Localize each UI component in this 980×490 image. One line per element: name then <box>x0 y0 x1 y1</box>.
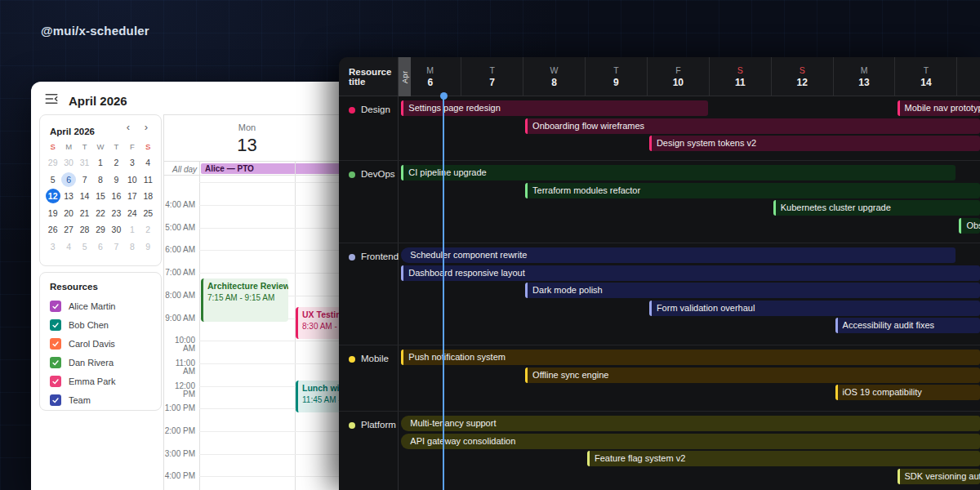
resources-title: Resources <box>50 282 151 292</box>
resource-list-item[interactable]: Team <box>50 394 151 406</box>
mini-calendar-day[interactable]: 4 <box>61 239 76 254</box>
timeline-header: Resource title Apr M6T7W8T9F10S11S12M13T… <box>339 57 980 96</box>
mini-calendar-day[interactable]: 25 <box>140 206 155 220</box>
task-bar[interactable]: SDK versioning automation <box>898 469 980 484</box>
mini-calendar-day[interactable]: 6 <box>93 239 108 254</box>
mini-calendar-day[interactable]: 30 <box>109 222 123 237</box>
mini-calendar-day[interactable]: 9 <box>109 172 123 187</box>
task-bar[interactable]: Scheduler component rewrite <box>401 247 956 263</box>
task-bar[interactable]: Terraform modules refactor <box>525 183 980 198</box>
mini-calendar-day[interactable]: 29 <box>93 222 108 237</box>
mini-calendar-day[interactable]: 15 <box>93 189 108 203</box>
resource-checkbox[interactable] <box>50 394 61 406</box>
resource-list-item[interactable]: Bob Chen <box>50 319 151 331</box>
mini-calendar-day[interactable]: 19 <box>46 206 60 220</box>
mini-calendar-day[interactable]: 22 <box>93 206 108 220</box>
mini-calendar-day[interactable]: 2 <box>140 222 155 237</box>
chevron-right-icon[interactable]: › <box>140 121 153 134</box>
day-number: 11 <box>735 77 746 88</box>
mini-calendar-day[interactable]: 7 <box>78 172 92 187</box>
mini-calendar-day[interactable]: 21 <box>78 206 92 220</box>
mini-calendar-day[interactable]: 3 <box>46 239 60 254</box>
mini-calendar-day[interactable]: 4 <box>140 155 155 170</box>
mini-calendar-day[interactable]: 5 <box>78 239 92 254</box>
mini-weekday: F <box>124 140 140 154</box>
resource-label: DevOps <box>339 161 399 243</box>
task-bar[interactable]: Push notification system <box>401 350 980 365</box>
task-bar[interactable]: API gateway consolidation <box>401 434 980 449</box>
task-bar[interactable]: Feature flag system v2 <box>587 451 980 466</box>
timeline-day-header[interactable]: T7 <box>461 57 523 96</box>
mini-calendar-day[interactable]: 6 <box>61 172 76 187</box>
chevron-left-icon[interactable]: ‹ <box>122 121 135 134</box>
resource-checkbox[interactable] <box>50 319 61 331</box>
resource-list-item[interactable]: Dan Rivera <box>50 357 151 368</box>
mini-calendar-day[interactable]: 9 <box>140 239 155 254</box>
task-bar[interactable]: Dark mode polish <box>525 283 980 298</box>
mini-calendar-day[interactable]: 12 <box>46 189 60 203</box>
mini-calendar-day[interactable]: 31 <box>78 155 92 170</box>
mini-calendar-day[interactable]: 16 <box>109 189 123 203</box>
resource-color-dot <box>349 107 355 114</box>
mini-calendar-day[interactable]: 20 <box>61 206 76 220</box>
mini-calendar-day[interactable]: 10 <box>125 172 140 187</box>
mini-calendar-day[interactable]: 29 <box>46 155 60 170</box>
mini-weekday: T <box>77 140 92 154</box>
mini-calendar-day[interactable]: 13 <box>61 189 76 203</box>
task-bar[interactable]: Mobile nav prototype <box>898 100 980 116</box>
mini-calendar-day[interactable]: 30 <box>61 155 76 170</box>
timeline-day-header[interactable]: T14 <box>896 57 958 96</box>
mini-calendar-day[interactable]: 18 <box>140 189 155 203</box>
mini-calendar-day[interactable]: 8 <box>93 172 108 187</box>
task-bar[interactable]: Dashboard responsive layout <box>401 265 980 281</box>
mini-calendar-day[interactable]: 3 <box>125 155 140 170</box>
resource-list-item[interactable]: Alice Martin <box>50 301 151 312</box>
task-bar[interactable]: Design system tokens v2 <box>649 136 980 151</box>
mini-calendar-day[interactable]: 28 <box>78 222 92 237</box>
mini-calendar-day[interactable]: 14 <box>78 189 92 203</box>
resources-card: Resources Alice MartinBob ChenCarol Davi… <box>39 272 162 411</box>
mini-calendar-day[interactable]: 17 <box>125 189 140 203</box>
resource-color-dot <box>349 172 355 178</box>
day-letter: F <box>675 65 680 75</box>
timeline-day-header[interactable]: F10 <box>648 57 710 96</box>
timeline-day-header[interactable]: S12 <box>772 57 834 96</box>
calendar-event[interactable]: Architecture Review7:15 AM - 9:15 AM <box>201 278 288 322</box>
timeline-day-header[interactable]: M13 <box>834 57 896 96</box>
task-bar[interactable]: Observability stack <box>959 218 980 234</box>
timeline-day-header[interactable]: W8 <box>523 57 586 96</box>
mini-calendar-title: April 2026 <box>50 127 95 136</box>
mini-calendar-day[interactable]: 11 <box>140 172 155 187</box>
resource-checkbox[interactable] <box>50 376 61 387</box>
resource-checkbox[interactable] <box>50 357 61 368</box>
task-bar[interactable]: Kubernetes cluster upgrade <box>773 200 980 216</box>
timeline-day-header[interactable]: T9 <box>586 57 648 96</box>
task-bar[interactable]: CI pipeline upgrade <box>401 165 956 180</box>
task-bar[interactable]: Onboarding flow wireframes <box>525 118 980 134</box>
resource-checkbox[interactable] <box>50 338 61 350</box>
mini-calendar-day[interactable]: 8 <box>125 239 140 254</box>
mini-calendar-day[interactable]: 1 <box>93 155 108 170</box>
timeline-day-header[interactable]: M6 <box>399 57 461 96</box>
mini-calendar-day[interactable]: 26 <box>46 222 60 237</box>
mini-calendar-day[interactable]: 7 <box>109 239 123 254</box>
task-bar[interactable]: Form validation overhaul <box>649 301 980 316</box>
mini-calendar-day[interactable]: 24 <box>125 206 140 220</box>
mini-calendar-day[interactable]: 2 <box>109 155 123 170</box>
task-bar[interactable]: Offline sync engine <box>525 368 980 383</box>
menu-open-icon[interactable] <box>44 92 59 105</box>
mini-calendar-day[interactable]: 27 <box>61 222 76 237</box>
mini-calendar-day[interactable]: 1 <box>125 222 140 237</box>
task-bar[interactable]: Settings page redesign <box>401 100 708 116</box>
task-bar[interactable]: iOS 19 compatibility <box>835 385 980 400</box>
timeline-day-header[interactable]: S11 <box>710 57 772 96</box>
resource-list-item[interactable]: Carol Davis <box>50 338 151 350</box>
task-bar[interactable]: Accessibility audit fixes <box>835 318 980 333</box>
week-day-header[interactable]: Mon 13 <box>199 115 295 156</box>
resource-list-item[interactable]: Emma Park <box>50 376 151 387</box>
week-day-name: Mon <box>199 122 295 132</box>
mini-calendar-day[interactable]: 5 <box>46 172 60 187</box>
task-bar[interactable]: Multi-tenancy support <box>401 416 980 431</box>
mini-calendar-day[interactable]: 23 <box>109 206 123 220</box>
resource-checkbox[interactable] <box>50 301 61 312</box>
